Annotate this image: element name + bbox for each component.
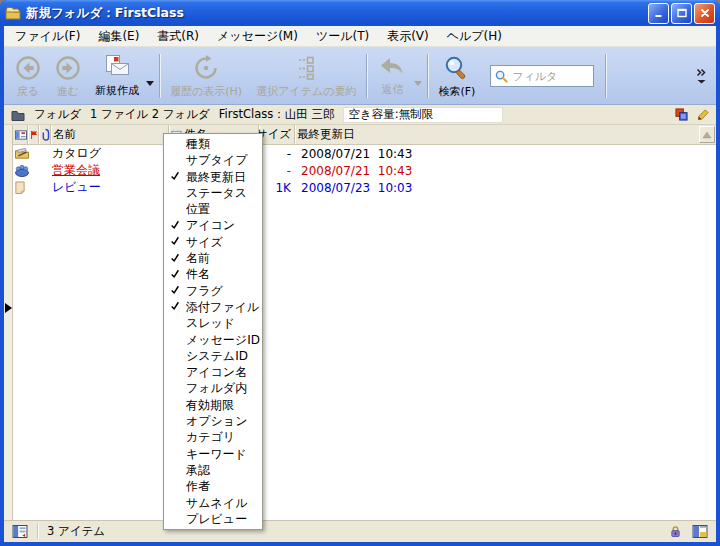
table-row[interactable]: カタログ - 2008/07/21 10:43	[13, 145, 716, 162]
infobar-counts: 1 ファイル 2 フォルダ	[90, 107, 210, 122]
column-attachment-header[interactable]	[38, 125, 50, 144]
menubar-item[interactable]: 表示(V)	[378, 26, 438, 46]
context-menu-item-label: プレビュー	[186, 512, 247, 526]
minimize-button[interactable]	[648, 3, 669, 24]
context-menu-item[interactable]: サムネイル	[164, 495, 262, 511]
close-button[interactable]	[694, 3, 715, 24]
context-menu-item-label: 位置	[186, 202, 210, 216]
sort-ascending-icon	[702, 131, 712, 139]
column-modified-label: 最終更新日	[297, 127, 355, 142]
context-menu-item[interactable]: サイズ	[164, 234, 262, 250]
item-name: レビュー	[50, 179, 168, 196]
toggle-pane-icon[interactable]	[12, 525, 28, 538]
item-size: -	[258, 164, 294, 178]
maximize-button[interactable]	[671, 3, 692, 24]
check-icon	[170, 301, 180, 311]
context-menu-item[interactable]: オプション	[164, 413, 262, 429]
context-menu-item[interactable]: システムID	[164, 348, 262, 364]
lock-icon	[670, 525, 681, 538]
forward-button[interactable]: 進む	[48, 50, 88, 102]
column-flag-header[interactable]	[27, 125, 38, 144]
context-menu-item[interactable]: 作者	[164, 478, 262, 494]
menubar-item[interactable]: ファイル(F)	[6, 26, 89, 46]
context-menu-item[interactable]: ステータス	[164, 185, 262, 201]
conference-icon	[13, 164, 50, 177]
column-name-header[interactable]: 名前	[50, 125, 168, 144]
context-menu-item[interactable]: フラグ	[164, 283, 262, 299]
menubar-item[interactable]: 編集(E)	[89, 26, 148, 46]
titlebar[interactable]: 新規フォルダ：FirstClass	[0, 0, 720, 26]
context-menu-item[interactable]: 最終更新日	[164, 169, 262, 185]
item-size: 1K	[258, 181, 294, 195]
new-document-button[interactable]: 新規作成	[88, 52, 146, 101]
history-icon	[193, 55, 219, 81]
check-icon	[170, 269, 180, 279]
free-space-value: 空き容量:無制限	[348, 107, 433, 122]
context-menu-item[interactable]: 件名	[164, 266, 262, 282]
infobar-server-user: FirstClass：山田 三郎	[219, 107, 335, 122]
menubar-item[interactable]: ツール(T)	[307, 26, 378, 46]
context-menu-item[interactable]: 位置	[164, 201, 262, 217]
back-icon	[15, 55, 41, 81]
context-menu-item[interactable]: プレビュー	[164, 511, 262, 527]
context-menu-item-label: 添付ファイル	[186, 300, 259, 314]
summary-button[interactable]: 選択アイテムの要約	[249, 50, 363, 102]
context-menu-item[interactable]: キーワード	[164, 446, 262, 462]
history-button[interactable]: 履歴の表示(H)	[163, 50, 249, 102]
context-menu-item[interactable]: 名前	[164, 250, 262, 266]
pane-splitter[interactable]	[4, 125, 13, 520]
new-message-icon	[103, 54, 131, 80]
pencil-icon[interactable]	[697, 109, 709, 121]
context-menu-item-label: 最終更新日	[186, 170, 246, 184]
toolbar-separator	[366, 54, 367, 98]
table-row[interactable]: 営業会議 - 2008/07/21 10:43	[13, 162, 716, 179]
item-modified-date: 2008/07/21 10:43	[294, 147, 716, 161]
toolbar-overflow-button[interactable]	[691, 50, 712, 102]
sort-direction-button[interactable]	[699, 126, 715, 143]
context-menu-item[interactable]: メッセージID	[164, 332, 262, 348]
catalog-folder-icon	[13, 147, 50, 160]
menubar-item[interactable]: ヘルプ(H)	[438, 26, 511, 46]
context-menu-item-label: アイコン名	[186, 365, 247, 379]
column-size-header[interactable]: サイズ	[258, 125, 294, 144]
context-menu-item[interactable]: アイコン名	[164, 364, 262, 380]
menubar-item[interactable]: 書式(R)	[148, 26, 208, 46]
menubar-item[interactable]: メッセージ(M)	[208, 26, 307, 46]
context-menu-item-label: メッセージID	[186, 333, 260, 347]
table-row[interactable]: レビュー 1K 2008/07/23 10:03	[13, 179, 716, 196]
menubar: ファイル(F) 編集(E) 書式(R) メッセージ(M) ツール(T) 表示(V…	[4, 26, 716, 47]
context-menu-item-label: アイコン	[186, 218, 235, 232]
window-body: ファイル(F) 編集(E) 書式(R) メッセージ(M) ツール(T) 表示(V…	[4, 26, 716, 542]
column-icon-header[interactable]	[13, 125, 27, 144]
view-layout-icon[interactable]	[692, 525, 708, 538]
expand-pane-arrow-icon[interactable]	[5, 303, 12, 313]
context-menu-item-label: サムネイル	[186, 496, 247, 510]
context-menu-item[interactable]: 有効期限	[164, 397, 262, 413]
window-title: 新規フォルダ：FirstClass	[26, 5, 646, 22]
context-menu-item[interactable]: スレッド	[164, 315, 262, 331]
context-menu-item-label: サイズ	[186, 235, 223, 249]
filter-input[interactable]	[512, 70, 589, 83]
context-menu-item[interactable]: アイコン	[164, 217, 262, 233]
context-menu-item[interactable]: 種類	[164, 136, 262, 152]
context-menu-item-label: 件名	[186, 267, 210, 281]
back-button[interactable]: 戻る	[8, 50, 48, 102]
search-label: 検索(F)	[438, 84, 475, 99]
reply-dropdown-caret-icon[interactable]	[414, 81, 422, 90]
new-document-label: 新規作成	[95, 83, 139, 98]
statusbar: 3 アイテム	[4, 520, 716, 542]
infobar-folder-label: フォルダ	[34, 107, 81, 122]
main-area: 名前 件名 サイズ 最終更新日	[4, 125, 716, 520]
context-menu-item[interactable]: サブタイプ	[164, 152, 262, 168]
context-menu-item[interactable]: カテゴリ	[164, 429, 262, 445]
search-button[interactable]: 検索(F)	[431, 50, 482, 102]
overlapping-squares-icon[interactable]	[675, 108, 688, 121]
column-modified-header[interactable]: 最終更新日	[294, 125, 696, 144]
context-menu-item[interactable]: 添付ファイル	[164, 299, 262, 315]
new-dropdown-caret-icon[interactable]	[146, 81, 154, 90]
infobar: フォルダ 1 ファイル 2 フォルダ FirstClass：山田 三郎 空き容量…	[4, 105, 716, 125]
context-menu-item[interactable]: 承認	[164, 462, 262, 478]
sort-direction-cell	[696, 125, 716, 144]
context-menu-item[interactable]: フォルダ内	[164, 380, 262, 396]
reply-button[interactable]: 返信	[370, 53, 414, 100]
